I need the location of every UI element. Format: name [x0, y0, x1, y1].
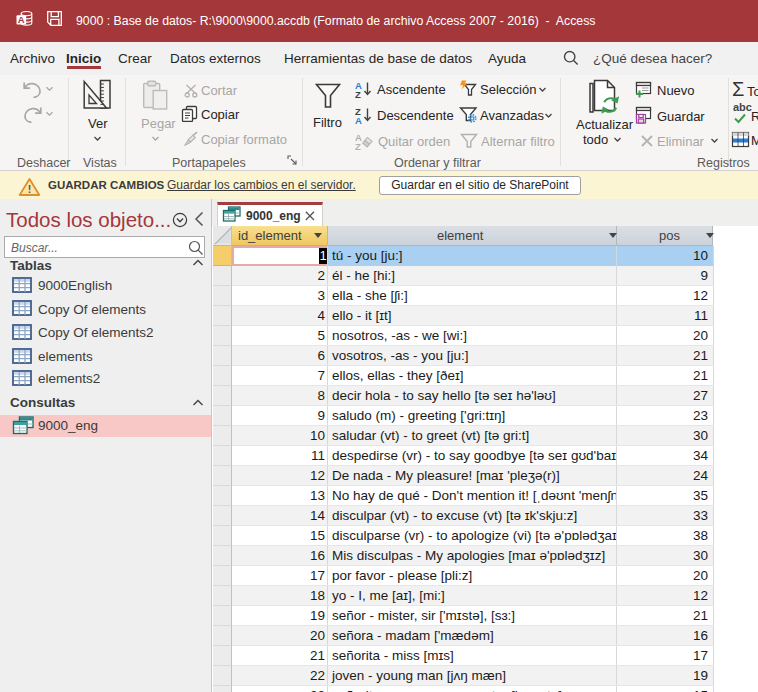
- svg-text:!: !: [28, 183, 32, 195]
- svg-text:Z: Z: [355, 89, 361, 99]
- svg-text:A: A: [18, 14, 25, 25]
- svg-text:A: A: [355, 115, 362, 125]
- svg-text:Z: Z: [355, 141, 361, 151]
